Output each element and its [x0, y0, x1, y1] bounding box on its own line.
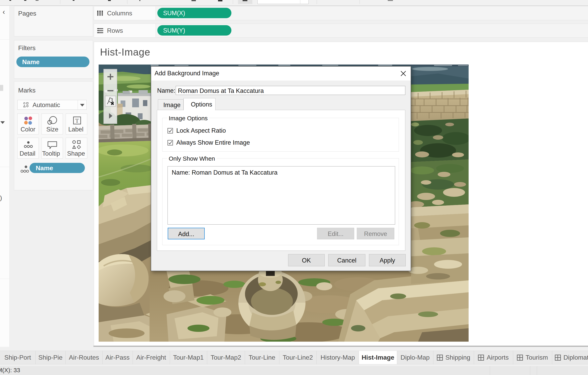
svg-text:T: T — [75, 117, 79, 124]
